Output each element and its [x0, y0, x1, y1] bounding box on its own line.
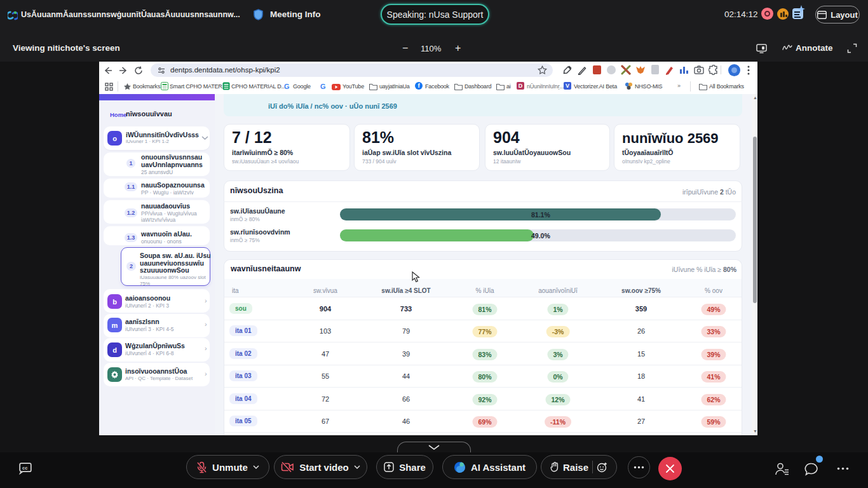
svg-text:cc: cc — [22, 465, 27, 471]
